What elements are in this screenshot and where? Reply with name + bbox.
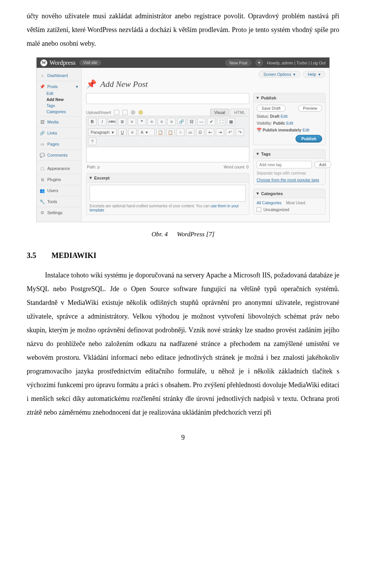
link-button[interactable]: 🔗 [177, 118, 186, 125]
tab-visual[interactable]: Visual [210, 109, 229, 116]
link-icon: 🔗 [40, 130, 45, 136]
section-heading: 3.5 MEDIAWIKI [27, 251, 339, 260]
edit-status-link[interactable]: Edit [281, 114, 287, 119]
house-icon: ⌂ [40, 73, 45, 78]
add-audio-icon[interactable] [131, 110, 135, 115]
help-icon-button[interactable]: ? [88, 138, 96, 145]
ol-button[interactable]: ≡ [128, 118, 136, 125]
post-title-input[interactable] [86, 93, 249, 104]
textcolor-select[interactable]: A▾ [138, 128, 155, 136]
media-icon: 🖼 [40, 119, 45, 125]
fullscreen-button[interactable]: ⛶ [217, 118, 225, 125]
outdent-button[interactable]: ⇤ [206, 128, 214, 136]
sidebar-item-media[interactable]: 🖼Media [40, 118, 78, 126]
excerpt-textarea[interactable] [90, 185, 246, 202]
sidebar-item-users[interactable]: 👥Users [40, 187, 78, 194]
justify-button[interactable]: ≡ [128, 128, 136, 136]
chevron-down-icon: ▾ [257, 95, 259, 100]
underline-button[interactable]: U [118, 128, 127, 136]
choose-popular-tags-link[interactable]: Choose from the most popular tags [257, 178, 322, 182]
align-center-button[interactable]: ≡ [157, 118, 166, 125]
strike-button[interactable]: ABC [108, 118, 116, 125]
chevron-down-icon: ▾ [257, 151, 259, 156]
italic-button[interactable]: I [98, 118, 106, 125]
figure-caption: Obr. 4 WordPress [7] [27, 231, 339, 238]
sidebar-item-pages[interactable]: ▭Pages [40, 140, 78, 148]
gear-icon: ⚙ [40, 210, 45, 215]
sidebar-item-comments[interactable]: 💬Comments [40, 151, 78, 159]
more-button[interactable]: — [197, 118, 205, 125]
sidebar-item-tools[interactable]: 🔧Tools [40, 198, 78, 205]
quote-button[interactable]: ❝ [138, 118, 146, 125]
align-left-button[interactable]: ≡ [148, 118, 156, 125]
add-tag-input[interactable] [257, 161, 312, 168]
undo-button[interactable]: ↶ [226, 128, 234, 136]
edit-publish-time-link[interactable]: Edit [302, 128, 309, 132]
charmap-button[interactable]: Ω [196, 128, 204, 136]
sidebar-item-posts[interactable]: 📌 Posts ▾ [40, 83, 78, 90]
indent-button[interactable]: ⇥ [216, 128, 224, 136]
excerpt-panel-header[interactable]: ▾ Excerpt [87, 173, 249, 183]
category-label-uncategorized: Uncategorized [263, 207, 289, 212]
sidebar-sub-categories[interactable]: Categories [40, 109, 78, 115]
categories-panel-header[interactable]: ▾ Categories [254, 189, 325, 198]
redo-button[interactable]: ↷ [236, 128, 244, 136]
editor-body[interactable] [86, 147, 249, 162]
tab-html[interactable]: HTML [230, 109, 249, 116]
add-image-icon[interactable] [114, 110, 119, 115]
sidebar-item-dashboard[interactable]: ⌂ Dashboard [40, 72, 78, 79]
calendar-icon: 📅 [257, 128, 262, 132]
chevron-down-icon: ▾ [318, 72, 321, 77]
tags-panel: ▾ Tags Add Separate tags with commas Cho… [253, 149, 326, 185]
sidebar-sub-tags[interactable]: Tags [40, 103, 78, 109]
kitchen-sink-button[interactable]: ▦ [227, 118, 235, 125]
visit-site-button[interactable]: Visit site [79, 60, 101, 66]
save-draft-button[interactable]: Save Draft [257, 105, 286, 112]
screen-options-button[interactable]: Screen Options▾ [258, 71, 300, 78]
chevron-down-icon: ▾ [90, 175, 92, 180]
pin-icon: 📌 [40, 84, 45, 89]
help-button[interactable]: Help▾ [303, 71, 326, 78]
add-tag-button[interactable]: Add [314, 161, 331, 168]
unlink-button[interactable]: ⛓ [187, 118, 196, 125]
publish-button[interactable]: Publish [295, 135, 322, 143]
new-post-button[interactable]: New Post [225, 59, 252, 66]
sidebar-item-appearance[interactable]: ▢Appearance [40, 165, 78, 172]
edit-visibility-link[interactable]: Edit [286, 121, 293, 125]
wp-logo: W Wordpress [40, 59, 75, 66]
tab-most-used[interactable]: Most Used [286, 200, 305, 205]
brand-text: Wordpress [50, 59, 75, 66]
chevron-down-icon: ▾ [146, 130, 148, 135]
publish-panel: ▾ Publish Save Draft Preview Status: Dra… [253, 93, 326, 145]
add-video-icon[interactable] [122, 110, 128, 115]
categories-panel: ▾ Categories All Categories Most Used Un… [253, 189, 326, 215]
bold-button[interactable]: B [88, 118, 96, 125]
sidebar-item-plugins[interactable]: ⊞Plugins [40, 176, 78, 183]
tags-separate-hint: Separate tags with commas [257, 171, 322, 175]
paste-text-button[interactable]: 📋 [166, 128, 175, 136]
chevron-down-icon: ▾ [257, 191, 259, 196]
paragraph-select[interactable]: Paragraph▾ [88, 128, 117, 136]
sidebar-item-settings[interactable]: ⚙Settings [40, 209, 78, 216]
ul-button[interactable]: ≣ [118, 118, 126, 125]
publish-panel-header[interactable]: ▾ Publish [254, 93, 325, 103]
sidebar-item-links[interactable]: 🔗Links [40, 129, 78, 137]
chevron-down-icon: ▾ [112, 130, 114, 135]
category-checkbox-uncategorized[interactable] [257, 207, 261, 212]
align-right-button[interactable]: ≡ [167, 118, 176, 125]
sidebar-sub-add-new[interactable]: Add New [40, 96, 78, 103]
spellcheck-button[interactable]: ✔ [207, 118, 215, 125]
editor-wordcount: Word count: 0 [224, 165, 249, 169]
sidebar-sub-edit[interactable]: Edit [40, 90, 78, 96]
wp-sidebar: ⌂ Dashboard 📌 Posts ▾ Edit Add New Tags … [37, 68, 82, 222]
comment-icon: 💬 [40, 152, 45, 158]
paste-word-button[interactable]: 📋 [156, 128, 165, 136]
new-post-dropdown[interactable]: ▾ [255, 59, 263, 66]
tags-panel-header[interactable]: ▾ Tags [254, 149, 325, 159]
preview-button[interactable]: Preview [298, 105, 322, 112]
remove-format-button[interactable]: ○ [176, 128, 185, 136]
insert-media-button[interactable]: ▭ [186, 128, 194, 136]
add-media-icon[interactable] [138, 110, 143, 115]
paragraph-body: Instalace tohoto wiki systému je doporuč… [27, 268, 339, 419]
tab-all-categories[interactable]: All Categories [257, 200, 281, 205]
